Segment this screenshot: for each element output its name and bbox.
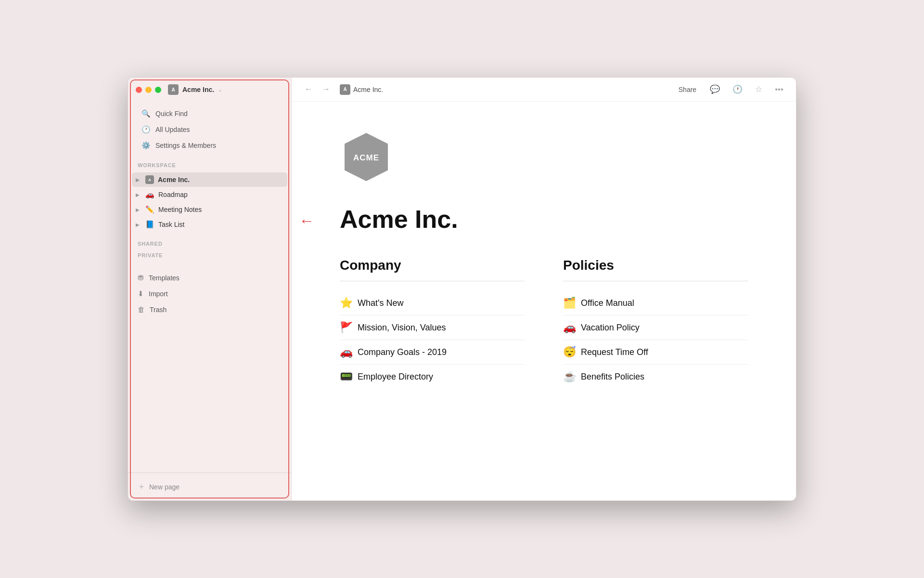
sidebar-item-templates[interactable]: ⛃ Templates — [132, 270, 287, 286]
sidebar-item-trash[interactable]: 🗑 Trash — [132, 302, 287, 317]
favorite-button[interactable]: ☆ — [752, 82, 765, 96]
link-mission[interactable]: 🚩 Mission, Vision, Values — [340, 315, 525, 340]
chevron-right-icon: ▶ — [136, 222, 141, 227]
request-time-off-label: Request Time Off — [581, 347, 648, 357]
trash-icon: 🗑 — [138, 305, 145, 314]
sidebar-top-bar: A Acme Inc. ⌄ — [128, 78, 291, 102]
company-heading: Company — [340, 258, 525, 281]
car-icon: 🚗 — [340, 346, 353, 358]
main-content: ← → A Acme Inc. Share 💬 🕐 ☆ ••• ACME — [292, 78, 796, 500]
trash-label: Trash — [150, 306, 167, 314]
all-updates-label: All Updates — [155, 126, 190, 133]
link-office-manual[interactable]: 🗂️ Office Manual — [563, 291, 748, 315]
back-button[interactable]: ← — [301, 83, 316, 95]
sleepy-icon: 😴 — [563, 346, 576, 358]
search-icon: 🔍 — [141, 109, 151, 118]
shared-section-label: SHARED — [138, 241, 282, 247]
sidebar-item-import[interactable]: ⬇ Import — [132, 286, 287, 302]
cardfile-icon: 🗂️ — [563, 297, 576, 309]
app-window: A Acme Inc. ⌄ 🔍 Quick Find 🕐 All Updates… — [128, 77, 796, 501]
flag-icon: 🚩 — [340, 321, 353, 334]
star-icon: ⭐ — [340, 297, 353, 309]
breadcrumb-icon: A — [340, 84, 350, 95]
sidebar-item-settings[interactable]: ⚙️ Settings & Members — [132, 138, 287, 153]
roadmap-label: Roadmap — [158, 191, 188, 198]
plus-icon: ＋ — [138, 482, 145, 492]
link-vacation-policy[interactable]: 🚗 Vacation Policy — [563, 315, 748, 340]
link-request-time-off[interactable]: 😴 Request Time Off — [563, 340, 748, 365]
new-page-label: New page — [149, 483, 180, 491]
policies-column: Policies 🗂️ Office Manual 🚗 Vacation Pol… — [563, 258, 748, 389]
company-goals-label: Company Goals - 2019 — [358, 347, 447, 357]
maximize-button[interactable] — [155, 87, 161, 93]
link-benefits-policies[interactable]: ☕ Benefits Policies — [563, 365, 748, 389]
page-title: Acme Inc. — [340, 205, 748, 234]
topbar: ← → A Acme Inc. Share 💬 🕐 ☆ ••• — [292, 78, 796, 102]
link-company-goals[interactable]: 🚗 Company Goals - 2019 — [340, 340, 525, 365]
sidebar-nav: 🔍 Quick Find 🕐 All Updates ⚙️ Settings &… — [128, 102, 291, 156]
employee-directory-label: Employee Directory — [358, 372, 433, 382]
company-column: Company ⭐ What's New 🚩 Mission, Vision, … — [340, 258, 525, 389]
sidebar-item-task-list[interactable]: ▶ 📘 Task List — [132, 217, 287, 232]
account-label: Acme Inc. — [182, 86, 214, 93]
whats-new-label: What's New — [358, 298, 403, 308]
chevron-down-icon: ⌄ — [218, 87, 222, 93]
forward-button[interactable]: → — [319, 83, 333, 95]
benefits-policies-label: Benefits Policies — [581, 372, 644, 382]
breadcrumb: A Acme Inc. — [340, 84, 383, 95]
nav-buttons: ← → — [301, 83, 333, 95]
chevron-right-icon: ▶ — [136, 177, 141, 183]
history-button[interactable]: 🕐 — [730, 82, 745, 96]
vacation-policy-label: Vacation Policy — [581, 323, 640, 333]
clock-icon: 🕐 — [141, 125, 151, 134]
car-icon: 🚗 — [145, 190, 154, 199]
sidebar-footer: ＋ New page — [128, 473, 291, 500]
mission-label: Mission, Vision, Values — [358, 323, 446, 333]
acme-logo-svg: ACME — [340, 131, 393, 184]
link-whats-new[interactable]: ⭐ What's New — [340, 291, 525, 315]
comment-button[interactable]: 💬 — [707, 82, 723, 96]
sidebar: A Acme Inc. ⌄ 🔍 Quick Find 🕐 All Updates… — [128, 78, 292, 500]
private-section: PRIVATE — [128, 250, 291, 262]
workspace-section-label: WORKSPACE — [138, 162, 282, 168]
car2-icon: 🚗 — [563, 321, 576, 334]
share-button[interactable]: Share — [675, 84, 700, 95]
two-col-layout: Company ⭐ What's New 🚩 Mission, Vision, … — [340, 258, 748, 389]
sidebar-item-quick-find[interactable]: 🔍 Quick Find — [132, 106, 287, 121]
meeting-notes-label: Meeting Notes — [158, 206, 202, 213]
traffic-lights — [136, 87, 161, 93]
sidebar-item-all-updates[interactable]: 🕐 All Updates — [132, 122, 287, 137]
quick-find-label: Quick Find — [155, 110, 188, 118]
sidebar-item-meeting-notes[interactable]: ▶ ✏️ Meeting Notes — [132, 202, 287, 217]
task-list-label: Task List — [158, 221, 184, 228]
import-icon: ⬇ — [138, 289, 144, 298]
page-body: ACME Acme Inc. Company ⭐ What's New 🚩 Mi… — [292, 102, 796, 500]
workspace-icon: A — [168, 84, 179, 95]
more-button[interactable]: ••• — [772, 83, 786, 96]
coffee-icon: ☕ — [563, 370, 576, 383]
sidebar-item-roadmap[interactable]: ▶ 🚗 Roadmap — [132, 187, 287, 202]
workspace-items: ▶ A Acme Inc. ▶ 🚗 Roadmap ▶ ✏️ Meeting N… — [128, 172, 291, 232]
settings-label: Settings & Members — [155, 142, 216, 149]
link-employee-directory[interactable]: 📟 Employee Directory — [340, 365, 525, 389]
close-button[interactable] — [136, 87, 142, 93]
bottom-items: ⛃ Templates ⬇ Import 🗑 Trash — [128, 266, 291, 321]
sidebar-item-acme-inc[interactable]: ▶ A Acme Inc. — [132, 172, 287, 187]
book-icon: 📘 — [145, 220, 154, 229]
pencil-icon: ✏️ — [145, 205, 154, 214]
account-switcher[interactable]: A Acme Inc. ⌄ — [168, 84, 222, 95]
breadcrumb-label: Acme Inc. — [353, 86, 383, 93]
policies-heading: Policies — [563, 258, 748, 281]
office-manual-label: Office Manual — [581, 298, 634, 308]
templates-icon: ⛃ — [138, 274, 144, 282]
page-logo: ACME — [340, 131, 748, 185]
import-label: Import — [149, 290, 168, 298]
workspace-section: WORKSPACE — [128, 156, 291, 172]
new-page-button[interactable]: ＋ New page — [136, 479, 283, 495]
templates-label: Templates — [149, 274, 180, 282]
acme-icon: A — [145, 175, 154, 184]
shared-section: SHARED — [128, 234, 291, 250]
minimize-button[interactable] — [145, 87, 152, 93]
pager-icon: 📟 — [340, 370, 353, 383]
gear-icon: ⚙️ — [141, 141, 151, 150]
